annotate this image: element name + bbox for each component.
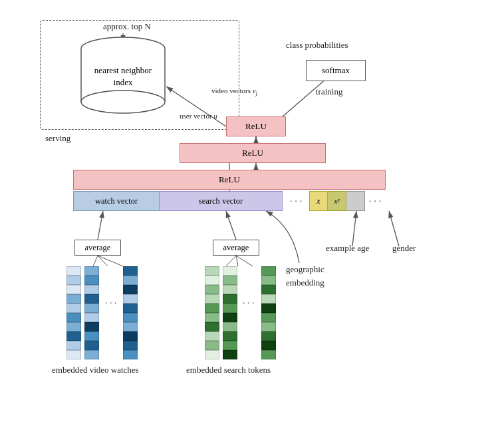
average-box-watch: average <box>74 240 121 256</box>
svg-line-18 <box>389 211 399 246</box>
search-dots: · · · <box>243 298 255 309</box>
relu-large: ReLU <box>73 170 386 190</box>
gender-label: gender <box>392 243 416 254</box>
search-vector-label: search vector <box>199 196 243 206</box>
watch-vec-3 <box>123 266 138 359</box>
x-cell: x <box>309 191 328 211</box>
svg-line-14 <box>236 256 238 266</box>
feature-dots2: · · · <box>365 191 385 211</box>
approx-top-n-label: approx. top N <box>103 21 151 32</box>
svg-line-10 <box>98 256 108 266</box>
feature-dots: · · · <box>283 191 309 211</box>
video-vectors-label: video vectors vj <box>211 87 257 97</box>
relu-medium-label: ReLU <box>242 148 263 158</box>
serving-label: serving <box>45 133 70 144</box>
watch-vec-2 <box>84 266 99 359</box>
embedded-search-label: embedded search tokens <box>186 365 271 375</box>
watch-vector-cell: watch vector <box>73 191 160 211</box>
watch-dots: · · · <box>105 298 117 309</box>
search-vector-cell: search vector <box>160 191 283 211</box>
svg-line-12 <box>98 211 103 240</box>
nn-index-label: nearest neighborindex <box>80 65 166 89</box>
relu-medium: ReLU <box>180 143 326 163</box>
feature-row: watch vector search vector · · · x x² · … <box>73 191 386 211</box>
x2-cell: x² <box>328 191 346 211</box>
embedded-video-label: embedded video watches <box>52 365 139 375</box>
search-vec-2 <box>223 266 237 359</box>
svg-line-15 <box>236 256 253 266</box>
class-prob-label: class probabilities <box>286 40 348 51</box>
svg-line-17 <box>352 211 356 246</box>
svg-line-11 <box>98 256 123 266</box>
svg-point-25 <box>81 91 165 113</box>
geographic-embedding-label: geographicembedding <box>286 263 324 289</box>
training-label: training <box>316 87 342 97</box>
watch-vector-label: watch vector <box>95 196 138 206</box>
svg-line-13 <box>226 256 236 266</box>
watch-vec-1 <box>66 266 81 359</box>
relu-small-label: ReLU <box>245 121 267 132</box>
relu-large-label: ReLU <box>219 174 240 185</box>
gray-cell <box>346 191 365 211</box>
svg-line-16 <box>226 211 236 240</box>
user-vector-label: user vector u <box>180 112 217 120</box>
diagram: approx. top N nearest neighborindex serv… <box>0 0 504 424</box>
softmax-label: softmax <box>322 65 350 76</box>
nearest-neighbor-index: nearest neighborindex <box>80 37 166 110</box>
relu-small: ReLU <box>226 116 286 136</box>
search-vec-3 <box>261 266 276 359</box>
average-box-search: average <box>213 240 259 256</box>
svg-line-9 <box>93 256 98 266</box>
softmax-box: softmax <box>306 60 366 81</box>
example-age-label: example age <box>326 243 369 254</box>
search-vec-1 <box>205 266 219 359</box>
